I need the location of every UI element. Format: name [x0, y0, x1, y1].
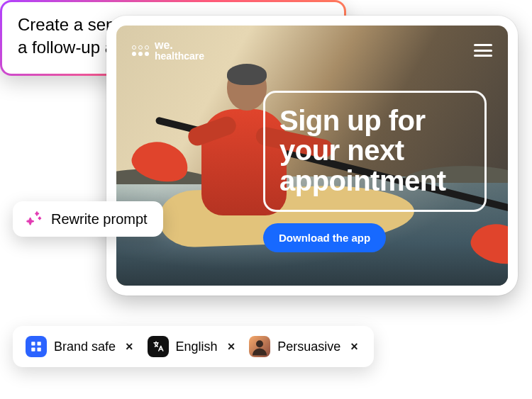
chip-persuasive[interactable]: Persuasive × — [249, 336, 361, 357]
hero-headline: Sign up for your next appointment — [279, 106, 470, 196]
translate-icon — [148, 336, 169, 357]
chip-brand-safe[interactable]: Brand safe × — [26, 336, 136, 357]
svg-rect-2 — [31, 348, 35, 352]
tablet-screen: we. healthcare Sign up for your next app… — [116, 26, 508, 286]
svg-point-4 — [256, 340, 263, 347]
brand-line1: we. — [155, 39, 173, 51]
chip-remove-icon[interactable]: × — [123, 338, 136, 356]
chip-label: English — [176, 339, 218, 354]
chip-label: Brand safe — [54, 339, 116, 354]
brand-line2: healthcare — [155, 51, 204, 61]
hamburger-menu-icon[interactable] — [474, 44, 492, 57]
svg-rect-0 — [31, 342, 35, 345]
hero-copy: Sign up for your next appointment Downlo… — [263, 91, 487, 252]
brand-logo[interactable]: we. healthcare — [132, 40, 204, 61]
svg-rect-1 — [38, 342, 41, 345]
brand-text: we. healthcare — [155, 40, 204, 61]
filter-chip-row: Brand safe × English × Persuasive × — [13, 326, 374, 367]
chip-label: Persuasive — [277, 339, 340, 354]
brand-dots-icon — [132, 45, 149, 56]
chip-remove-icon[interactable]: × — [225, 338, 238, 356]
download-app-button[interactable]: Download the app — [263, 223, 386, 252]
tablet-frame: we. healthcare Sign up for your next app… — [106, 16, 518, 296]
rewrite-prompt-label: Rewrite prompt — [51, 211, 148, 227]
hero-headline-box: Sign up for your next appointment — [263, 91, 487, 212]
chip-english[interactable]: English × — [148, 336, 238, 357]
grid-icon — [26, 336, 47, 357]
rewrite-prompt-pill[interactable]: Rewrite prompt — [13, 201, 163, 237]
chip-remove-icon[interactable]: × — [348, 338, 361, 356]
svg-rect-3 — [38, 348, 41, 352]
portrait-thumb-icon — [249, 336, 270, 357]
rewrite-sparkle-icon — [24, 210, 43, 228]
